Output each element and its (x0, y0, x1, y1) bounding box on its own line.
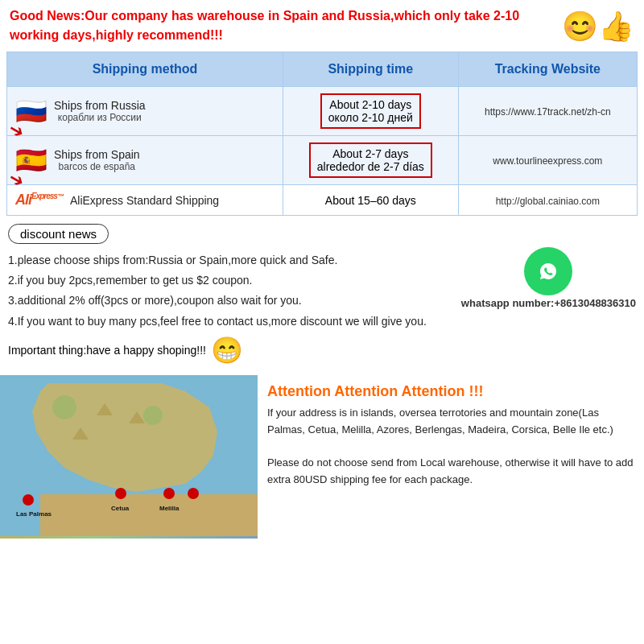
ali-method-cell: AliExpress™ AliExpress Standard Shipping (7, 185, 283, 216)
ali-time-cell: About 15–60 days (283, 185, 458, 216)
ali-tracking-url: http://global.cainiao.com (496, 196, 600, 207)
svg-text:Melilla: Melilla (159, 505, 180, 512)
russia-url-cell: https://www.17track.net/zh-cn (458, 87, 637, 136)
russia-tracking-url: https://www.17track.net/zh-cn (485, 106, 611, 118)
header-banner: Good News:Our company has warehouse in S… (0, 0, 644, 52)
ali-time: About 15–60 days (325, 194, 416, 207)
whatsapp-icon (524, 247, 572, 295)
spain-tracking-url: www.tourlineexpress.com (493, 155, 602, 167)
thumbs-up-emoji: 😊👍 (562, 10, 634, 43)
russia-time-cell: About 2-10 days около 2-10 дней (283, 87, 458, 136)
whatsapp-block: whatsapp number:+8613048836310 (461, 247, 636, 309)
important-text: Important thing:have a happy shoping!!! (8, 344, 206, 357)
ali-ship-name: AliExpress Standard Shipping (70, 194, 219, 207)
russia-ship-name: Ships from Russia (54, 99, 146, 112)
info-section: whatsapp number:+8613048836310 1.please … (0, 247, 644, 369)
russia-time-sub: около 2-10 дней (328, 111, 413, 124)
spain-ship-name-sub: barcos de españa (54, 161, 140, 172)
svg-point-7 (52, 395, 76, 419)
spain-map-svg: Las Palmas Cetua Melilla (0, 375, 258, 536)
spain-ship-name: Ships from Spain (54, 148, 140, 161)
attention-text: If your address is in islands, oversea t… (267, 405, 634, 489)
map-section: Las Palmas Cetua Melilla (0, 375, 258, 539)
table-row: AliExpress™ AliExpress Standard Shipping… (7, 185, 638, 216)
table-row: 🇷🇺 ➔ Ships from Russia корабли из России… (7, 87, 638, 136)
grin-emoji: 😁 (211, 335, 243, 365)
svg-rect-3 (40, 494, 258, 536)
col-shipping-time: Shipping time (283, 52, 458, 87)
bottom-section: Las Palmas Cetua Melilla Attention Atten… (0, 375, 644, 539)
svg-text:Las Palmas: Las Palmas (16, 510, 52, 518)
col-tracking-website: Tracking Website (458, 52, 637, 87)
table-row: 🇪🇸 ➔ Ships from Spain barcos de españa A… (7, 136, 638, 185)
spain-method-cell: 🇪🇸 ➔ Ships from Spain barcos de españa (7, 136, 283, 185)
info-line-4: 4.If you want to buy many pcs,feel free … (8, 312, 636, 332)
discount-badge: discount news (8, 224, 109, 244)
russia-time-highlight: About 2-10 days около 2-10 дней (320, 93, 421, 129)
header-text: Good News:Our company has warehouse in S… (10, 6, 555, 45)
aliexpress-logo: AliExpress™ (15, 192, 64, 208)
shipping-table: Shipping method Shipping time Tracking W… (6, 52, 638, 216)
spain-time-highlight: About 2-7 days alrededor de 2-7 días (309, 142, 432, 178)
whatsapp-number: whatsapp number:+8613048836310 (461, 297, 636, 309)
russia-time: About 2-10 days (328, 98, 413, 111)
discount-section: discount news (0, 216, 644, 247)
happy-shoping-line: Important thing:have a happy shoping!!! … (8, 335, 636, 365)
spain-time-cell: About 2-7 days alrededor de 2-7 días (283, 136, 458, 185)
spain-time-sub: alrededor de 2-7 días (317, 160, 424, 173)
svg-text:Cetua: Cetua (111, 505, 130, 512)
table-header-row: Shipping method Shipping time Tracking W… (7, 52, 638, 87)
col-shipping-method: Shipping method (7, 52, 283, 87)
ali-url-cell: http://global.cainiao.com (458, 185, 637, 216)
svg-point-8 (143, 406, 163, 425)
attention-title: Attention Attention Attention !!! (267, 383, 634, 400)
russia-method-cell: 🇷🇺 ➔ Ships from Russia корабли из России (7, 87, 283, 136)
spain-url-cell: www.tourlineexpress.com (458, 136, 637, 185)
attention-section: Attention Attention Attention !!! If you… (258, 375, 644, 539)
shipping-table-section: Shipping method Shipping time Tracking W… (0, 52, 644, 216)
spain-time: About 2-7 days (317, 147, 424, 160)
russia-ship-name-sub: корабли из России (54, 112, 146, 123)
